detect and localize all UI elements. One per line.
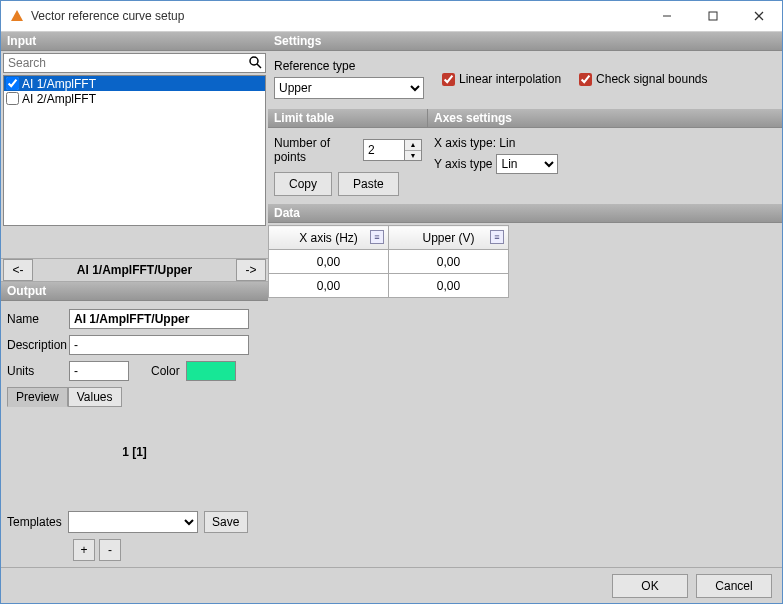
add-template-button[interactable]: + (73, 539, 95, 561)
x-axis-type-label: X axis type: Lin (434, 136, 515, 150)
name-input[interactable] (69, 309, 249, 329)
units-input[interactable] (69, 361, 129, 381)
preview-area: 1 [1] (7, 407, 262, 497)
nav-title: AI 1/AmplFFT/Upper (35, 263, 234, 277)
spin-down-icon[interactable]: ▼ (405, 151, 421, 161)
remove-template-button[interactable]: - (99, 539, 121, 561)
svg-rect-2 (709, 12, 717, 20)
maximize-button[interactable] (690, 1, 736, 31)
reftype-label: Reference type (274, 59, 424, 73)
preview-text: 1 [1] (122, 445, 147, 459)
cell-x[interactable]: 0,00 (269, 274, 389, 298)
next-button[interactable]: -> (236, 259, 266, 281)
col-upper-header[interactable]: Upper (V) ≡ (389, 226, 509, 250)
check-bounds-checkbox[interactable]: Check signal bounds (579, 72, 707, 86)
points-input[interactable] (364, 140, 404, 160)
ok-button[interactable]: OK (612, 574, 688, 598)
search-input[interactable] (4, 54, 245, 72)
description-label: Description (7, 338, 69, 352)
list-item-checkbox[interactable] (6, 92, 19, 105)
description-input[interactable] (69, 335, 249, 355)
data-header: Data (268, 204, 782, 223)
titlebar: Vector reference curve setup (1, 1, 782, 32)
dialog-footer: OK Cancel (1, 567, 782, 603)
cell-upper[interactable]: 0,00 (389, 274, 509, 298)
axes-header: Axes settings (428, 109, 782, 128)
input-header: Input (1, 32, 268, 51)
copy-button[interactable]: Copy (274, 172, 332, 196)
minimize-button[interactable] (644, 1, 690, 31)
y-axis-type-select[interactable]: Lin (496, 154, 558, 174)
nav-bar: <- AI 1/AmplFFT/Upper -> (1, 258, 268, 282)
paste-button[interactable]: Paste (338, 172, 399, 196)
templates-select[interactable] (68, 511, 198, 533)
templates-label: Templates (7, 515, 62, 529)
svg-point-5 (250, 57, 258, 65)
window-title: Vector reference curve setup (31, 9, 644, 23)
table-row: 0,00 0,00 (269, 274, 509, 298)
column-menu-icon[interactable]: ≡ (370, 230, 384, 244)
search-icon (245, 55, 265, 72)
units-label: Units (7, 364, 69, 378)
list-item[interactable]: AI 2/AmplFFT (4, 91, 265, 106)
col-x-header[interactable]: X axis (Hz) ≡ (269, 226, 389, 250)
list-item-label: AI 1/AmplFFT (22, 77, 96, 91)
y-axis-type-label: Y axis type (434, 157, 492, 171)
tab-values[interactable]: Values (68, 387, 122, 407)
linear-interp-checkbox[interactable]: Linear interpolation (442, 72, 561, 86)
cancel-button[interactable]: Cancel (696, 574, 772, 598)
color-swatch[interactable] (186, 361, 236, 381)
color-label: Color (151, 364, 180, 378)
cell-x[interactable]: 0,00 (269, 250, 389, 274)
search-field[interactable] (3, 53, 266, 73)
tab-preview[interactable]: Preview (7, 387, 68, 407)
data-table: X axis (Hz) ≡ Upper (V) ≡ 0,00 0,00 0,00… (268, 225, 509, 298)
svg-marker-0 (11, 10, 23, 21)
settings-header: Settings (268, 32, 782, 51)
cell-upper[interactable]: 0,00 (389, 250, 509, 274)
input-list[interactable]: AI 1/AmplFFT AI 2/AmplFFT (3, 75, 266, 225)
list-item[interactable]: AI 1/AmplFFT (4, 76, 265, 91)
spin-up-icon[interactable]: ▲ (405, 140, 421, 151)
save-template-button[interactable]: Save (204, 511, 248, 533)
output-header: Output (1, 282, 268, 301)
points-label: Number of points (274, 136, 357, 164)
points-spinner[interactable]: ▲ ▼ (363, 139, 422, 161)
table-row: 0,00 0,00 (269, 250, 509, 274)
close-button[interactable] (736, 1, 782, 31)
reftype-select[interactable]: Upper (274, 77, 424, 99)
column-menu-icon[interactable]: ≡ (490, 230, 504, 244)
name-label: Name (7, 312, 69, 326)
limit-header: Limit table (268, 109, 428, 128)
app-icon (9, 8, 25, 24)
list-item-label: AI 2/AmplFFT (22, 92, 96, 106)
prev-button[interactable]: <- (3, 259, 33, 281)
list-item-checkbox[interactable] (6, 77, 19, 90)
svg-line-6 (257, 64, 261, 68)
